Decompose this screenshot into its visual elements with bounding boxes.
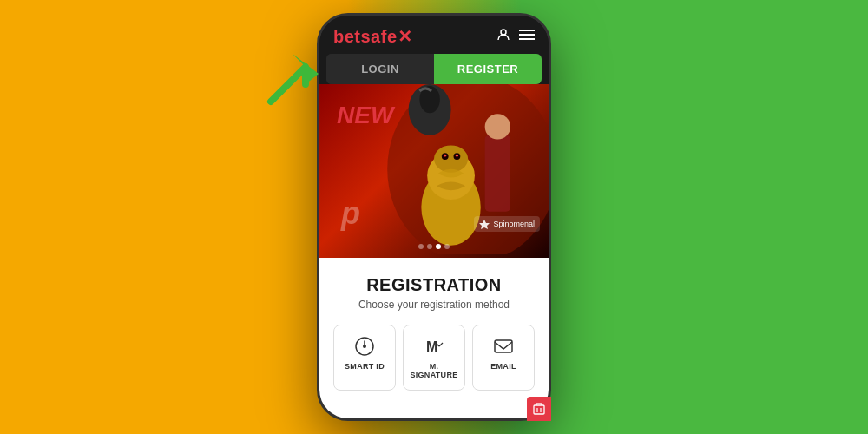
phone-content: NEW p	[319, 84, 549, 418]
nav-tabs: LOGIN REGISTER	[326, 54, 542, 84]
registration-methods: SMART ID M M. SIGNATURE	[333, 325, 535, 391]
svg-marker-17	[479, 220, 490, 229]
smart-id-icon	[354, 336, 375, 357]
email-button[interactable]: EMAIL	[472, 325, 535, 391]
svg-point-8	[434, 145, 468, 172]
delete-button[interactable]	[527, 397, 551, 421]
svg-point-1	[501, 30, 506, 35]
phone-header: betsafe✕	[319, 16, 549, 47]
svg-point-12	[456, 155, 458, 157]
dot-3	[436, 244, 441, 249]
svg-point-20	[363, 345, 366, 348]
register-tab[interactable]: REGISTER	[434, 54, 542, 84]
header-icons	[496, 28, 535, 45]
dot-4	[444, 244, 450, 249]
svg-point-14	[485, 114, 510, 139]
m-signature-button[interactable]: M M. SIGNATURE	[403, 325, 465, 391]
hero-banner: NEW p	[319, 84, 549, 258]
registration-section: REGISTRATION Choose your registration me…	[319, 258, 549, 418]
trash-icon	[533, 403, 545, 415]
spinomenal-text: Spinomenal	[493, 220, 535, 228]
logo-text: betsafe	[333, 27, 398, 46]
email-icon	[493, 336, 514, 357]
arrow-indicator	[258, 49, 327, 110]
user-icon[interactable]	[496, 28, 510, 45]
spinomenal-badge: Spinomenal	[474, 216, 540, 232]
smart-id-button[interactable]: SMART ID	[333, 325, 396, 391]
menu-icon[interactable]	[519, 29, 535, 44]
logo-icon: ✕	[398, 27, 413, 46]
logo: betsafe✕	[333, 26, 412, 47]
email-label: EMAIL	[490, 362, 516, 371]
svg-line-24	[439, 343, 443, 346]
svg-rect-26	[534, 405, 544, 414]
svg-point-11	[444, 155, 446, 157]
dot-2	[427, 244, 432, 249]
m-signature-label: M. SIGNATURE	[409, 362, 459, 379]
svg-rect-25	[495, 340, 512, 352]
phone-wrapper: betsafe✕ LOG	[317, 13, 551, 421]
dot-1	[418, 244, 424, 249]
smart-id-label: SMART ID	[345, 362, 385, 371]
svg-rect-13	[485, 135, 510, 212]
carousel-dots	[418, 244, 450, 249]
phone-frame: betsafe✕ LOG	[317, 13, 551, 421]
registration-title: REGISTRATION	[366, 275, 502, 295]
m-signature-icon: M	[424, 336, 444, 357]
login-tab[interactable]: LOGIN	[326, 54, 434, 84]
registration-subtitle: Choose your registration method	[358, 299, 510, 311]
